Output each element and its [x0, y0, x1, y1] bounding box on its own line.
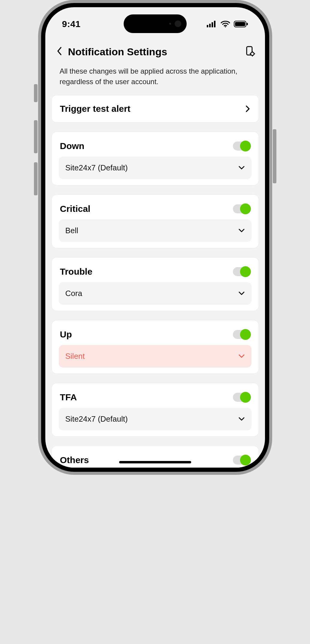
dropdown-value: Silent: [65, 352, 85, 361]
svg-rect-7: [247, 23, 248, 25]
dropdown-value: Site24x7 (Default): [65, 163, 128, 172]
dynamic-island: [124, 14, 187, 33]
dropdown-critical[interactable]: Bell: [59, 219, 251, 242]
card-title-down: Down: [60, 141, 85, 151]
status-time: 9:41: [62, 19, 81, 29]
card-title-tfa: TFA: [60, 392, 77, 402]
card-up: Up Silent: [51, 320, 259, 374]
side-button: [273, 129, 276, 183]
dropdown-value: Bell: [65, 226, 78, 235]
dropdown-up[interactable]: Silent: [59, 345, 251, 368]
info-text: All these changes will be applied across…: [45, 64, 265, 95]
side-button: [34, 162, 38, 195]
page-title: Notification Settings: [68, 46, 243, 58]
trigger-test-alert-row[interactable]: Trigger test alert: [51, 95, 259, 123]
toggle-up[interactable]: [233, 330, 250, 339]
svg-point-9: [251, 52, 254, 56]
home-indicator[interactable]: [119, 461, 191, 463]
svg-rect-0: [207, 25, 208, 27]
card-down: Down Site24x7 (Default): [51, 132, 259, 185]
device-settings-button[interactable]: [243, 44, 257, 59]
svg-rect-2: [212, 22, 213, 27]
card-title-critical: Critical: [60, 204, 91, 214]
dropdown-trouble[interactable]: Cora: [59, 282, 251, 305]
card-critical: Critical Bell: [51, 194, 259, 248]
side-button: [34, 120, 38, 153]
device-gear-icon: [245, 46, 255, 56]
card-title-trouble: Trouble: [60, 267, 92, 277]
card-title-up: Up: [60, 329, 72, 340]
toggle-others[interactable]: [233, 456, 250, 465]
chevron-left-icon: [57, 47, 62, 56]
svg-point-4: [225, 26, 226, 27]
side-button: [34, 84, 38, 102]
dropdown-value: Site24x7 (Default): [65, 414, 128, 424]
card-title-others: Others: [60, 455, 89, 465]
svg-rect-1: [209, 24, 211, 27]
dropdown-tfa[interactable]: Site24x7 (Default): [59, 408, 251, 430]
battery-icon: [234, 21, 248, 27]
toggle-tfa[interactable]: [233, 393, 250, 402]
chevron-down-icon: [238, 354, 245, 358]
phone-frame: 9:41 Notification Settings: [41, 3, 269, 472]
toggle-down[interactable]: [233, 142, 250, 151]
chevron-down-icon: [238, 417, 245, 421]
back-button[interactable]: [54, 45, 65, 59]
nav-bar: Notification Settings: [45, 40, 265, 64]
dropdown-value: Cora: [65, 289, 82, 298]
card-trouble: Trouble Cora: [51, 257, 259, 311]
card-tfa: TFA Site24x7 (Default): [51, 383, 259, 437]
chevron-down-icon: [238, 166, 245, 170]
chevron-down-icon: [238, 228, 245, 233]
card-others: Others: [51, 446, 259, 468]
chevron-right-icon: [245, 105, 250, 112]
toggle-trouble[interactable]: [233, 267, 250, 276]
chevron-down-icon: [238, 291, 245, 295]
wifi-icon: [221, 21, 230, 27]
cellular-icon: [207, 21, 217, 27]
svg-rect-3: [214, 21, 215, 27]
toggle-critical[interactable]: [233, 204, 250, 213]
trigger-test-alert-label: Trigger test alert: [60, 104, 131, 114]
dropdown-down[interactable]: Site24x7 (Default): [59, 157, 251, 179]
svg-rect-6: [235, 22, 245, 26]
